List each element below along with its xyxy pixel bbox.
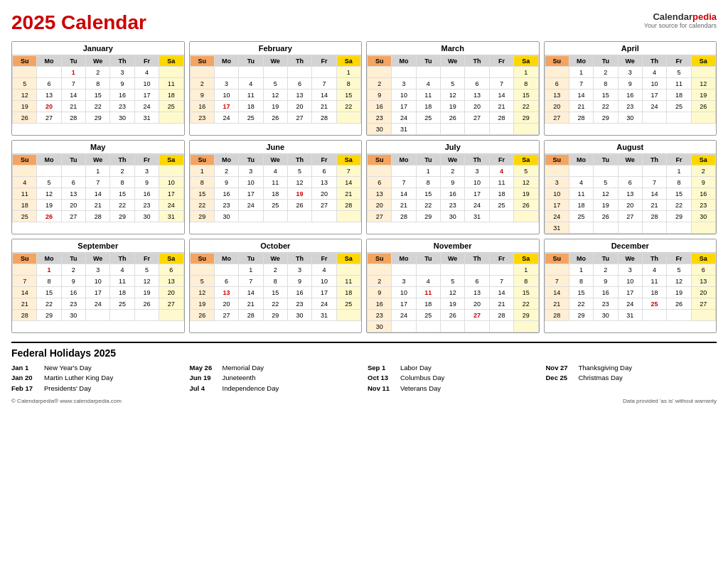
cal-day: 4 [110, 264, 134, 276]
cal-day: 9 [368, 287, 392, 298]
cal-day: 1 [514, 264, 538, 276]
cal-day [159, 112, 183, 124]
cal-day [392, 67, 416, 78]
cal-day: 23 [190, 112, 214, 124]
month-march: MarchSuMoTuWeThFrSa123456789101112131415… [366, 41, 540, 136]
table-row: 1 [368, 67, 539, 78]
cal-day: 30 [691, 211, 715, 222]
cal-day: 11 [569, 188, 593, 200]
cal-day: 12 [263, 90, 287, 101]
cal-day: 13 [465, 287, 489, 298]
cal-day: 18 [416, 101, 440, 112]
cal-day: 14 [336, 177, 360, 188]
cal-day: 1 [514, 67, 538, 78]
footer-right: Data provided 'as is' without warranty [623, 398, 717, 404]
cal-day: 13 [287, 90, 311, 101]
cal-day: 11 [13, 188, 37, 200]
cal-day [13, 264, 37, 276]
table-row: 23242526272829 [368, 310, 539, 321]
cal-day [416, 124, 440, 135]
cal-table: SuMoTuWeThFrSa12345678910111213141516171… [190, 154, 362, 222]
cal-day [336, 211, 360, 222]
cal-day: 11 [336, 276, 360, 287]
cal-day: 18 [13, 200, 37, 211]
brand-subtitle: Your source for calendars [644, 22, 717, 29]
cal-day: 10 [312, 276, 336, 287]
cal-day: 15 [594, 90, 618, 101]
cal-day [13, 166, 37, 177]
cal-day: 5 [13, 78, 37, 90]
cal-day [642, 222, 666, 234]
cal-day [61, 166, 85, 177]
cal-day: 20 [465, 101, 489, 112]
cal-day: 11 [110, 276, 134, 287]
cal-day: 15 [667, 188, 691, 200]
cal-day: 21 [312, 101, 336, 112]
weekday-header-sa: Sa [514, 155, 538, 166]
cal-day: 15 [86, 90, 110, 101]
cal-day: 19 [134, 287, 159, 298]
cal-day: 16 [618, 90, 642, 101]
weekday-header-tu: Tu [61, 155, 85, 166]
cal-table: SuMoTuWeThFrSa12345678910111213141516171… [545, 253, 717, 321]
cal-day: 8 [37, 276, 61, 287]
cal-day: 15 [569, 287, 593, 298]
cal-day: 25 [110, 298, 134, 310]
holiday-date: Nov 27 [546, 363, 574, 373]
cal-day [37, 67, 61, 78]
table-row: 1 [368, 264, 539, 276]
cal-day [239, 211, 263, 222]
cal-day: 22 [514, 101, 538, 112]
cal-day [618, 222, 642, 234]
cal-day: 18 [642, 287, 666, 298]
weekday-header-mo: Mo [37, 254, 61, 264]
cal-day: 16 [441, 188, 465, 200]
weekday-header-tu: Tu [416, 254, 440, 264]
list-item: Jun 19Juneteenth [190, 373, 361, 383]
list-item: Jan 20Martin Luther King Day [11, 373, 183, 383]
table-row: 2345678 [368, 78, 539, 90]
cal-table: SuMoTuWeThFrSa12345678910111213141516171… [367, 154, 539, 222]
table-row: 6789101112 [545, 78, 716, 90]
cal-day: 25 [416, 310, 440, 321]
table-row: 16171819202122 [190, 101, 361, 112]
cal-day: 3 [134, 166, 159, 177]
cal-day: 21 [336, 188, 360, 200]
cal-day: 4 [13, 177, 37, 188]
cal-day: 29 [594, 112, 618, 124]
cal-day: 7 [13, 276, 37, 287]
cal-day: 12 [441, 287, 465, 298]
cal-day: 3 [110, 67, 134, 78]
cal-day: 6 [545, 78, 569, 90]
weekday-header-su: Su [545, 56, 569, 67]
brand-name: Calendar [653, 11, 692, 22]
cal-day: 24 [134, 101, 159, 112]
cal-day: 31 [134, 112, 159, 124]
cal-day: 12 [190, 287, 214, 298]
cal-day: 29 [263, 310, 287, 321]
table-row: 1234 [13, 67, 184, 78]
cal-day: 4 [416, 78, 440, 90]
table-row: 20212223242526 [368, 200, 539, 211]
cal-day: 17 [465, 188, 489, 200]
cal-day [667, 310, 691, 321]
cal-day: 16 [594, 287, 618, 298]
cal-day: 10 [239, 177, 263, 188]
cal-day [287, 211, 311, 222]
cal-day [336, 112, 360, 124]
cal-day: 2 [441, 166, 465, 177]
weekday-header-we: We [618, 56, 642, 67]
list-item: Jan 1New Year's Day [11, 363, 183, 373]
cal-day: 18 [336, 287, 360, 298]
table-row: 24252627282930 [545, 211, 716, 222]
cal-day: 9 [368, 90, 392, 101]
cal-day: 18 [489, 188, 513, 200]
table-row: 12131415161718 [13, 90, 184, 101]
cal-day: 18 [110, 287, 134, 298]
weekday-header-fr: Fr [134, 56, 159, 67]
weekday-header-fr: Fr [312, 56, 336, 67]
cal-day [110, 310, 134, 321]
weekday-header-su: Su [13, 254, 37, 264]
table-row: 2728293031 [368, 211, 539, 222]
weekday-header-sa: Sa [691, 56, 715, 67]
